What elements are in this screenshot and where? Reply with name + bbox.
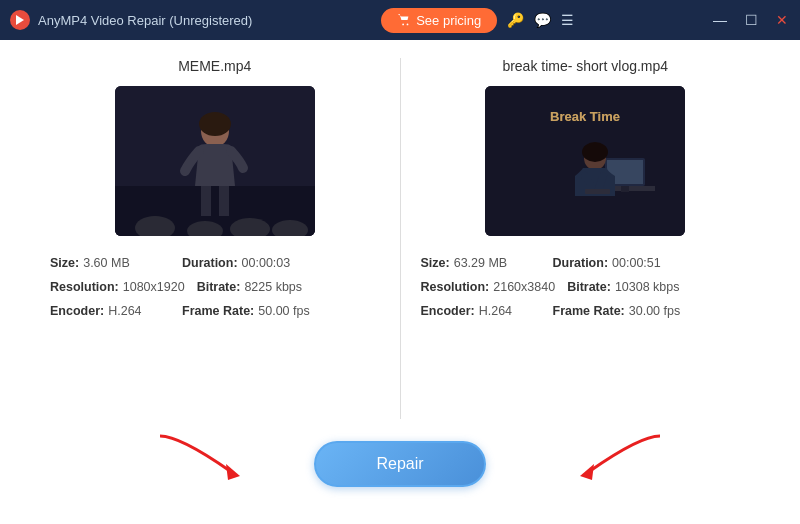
main-content: MEME.mp4 [0, 40, 800, 524]
left-file-info: Size: 3.60 MB Duration: 00:00:03 Resolut… [50, 252, 380, 323]
left-framerate-label: Frame Rate: [182, 300, 254, 324]
window-controls: — ☐ ✕ [709, 10, 792, 30]
svg-text:Break Time: Break Time [550, 109, 620, 124]
svg-marker-0 [16, 15, 24, 25]
right-video-thumbnail: Break Time [485, 86, 685, 236]
cart-icon [397, 13, 411, 27]
right-video-title: break time- short vlog.mp4 [502, 58, 668, 74]
svg-point-8 [199, 112, 231, 136]
right-arrow [540, 426, 670, 486]
right-resolution-label: Resolution: [421, 276, 490, 300]
right-size-value: 63.29 MB [454, 252, 508, 276]
maximize-button[interactable]: ☐ [741, 10, 762, 30]
title-bar: AnyMP4 Video Repair (Unregistered) See p… [0, 0, 800, 40]
svg-rect-6 [201, 186, 211, 216]
left-bitrate-value: 8225 kbps [244, 276, 302, 300]
left-video-panel: MEME.mp4 [30, 58, 401, 419]
left-video-art [115, 86, 315, 236]
left-size-label: Size: [50, 252, 79, 276]
panels-row: MEME.mp4 [30, 58, 770, 419]
right-framerate-label: Frame Rate: [553, 300, 625, 324]
left-arrow [150, 426, 280, 486]
right-bitrate-label: Bitrate: [567, 276, 611, 300]
right-duration-label: Duration: [553, 252, 609, 276]
left-video-thumbnail [115, 86, 315, 236]
right-resolution-value: 2160x3840 [493, 276, 555, 300]
app-icon [10, 10, 30, 30]
left-size-value: 3.60 MB [83, 252, 130, 276]
left-bitrate-label: Bitrate: [197, 276, 241, 300]
svg-marker-25 [580, 464, 594, 480]
svg-marker-24 [226, 464, 240, 480]
key-icon[interactable]: 🔑 [507, 12, 524, 28]
svg-rect-7 [219, 186, 229, 216]
right-video-panel: break time- short vlog.mp4 Break Time [401, 58, 771, 419]
left-duration-label: Duration: [182, 252, 238, 276]
right-duration-value: 00:00:51 [612, 252, 661, 276]
left-framerate-value: 50.00 fps [258, 300, 309, 324]
minimize-button[interactable]: — [709, 10, 731, 30]
right-size-label: Size: [421, 252, 450, 276]
svg-point-2 [407, 24, 409, 26]
left-resolution-label: Resolution: [50, 276, 119, 300]
left-encoder-value: H.264 [108, 300, 141, 324]
right-video-art: Break Time [485, 86, 685, 236]
right-encoder-label: Encoder: [421, 300, 475, 324]
close-button[interactable]: ✕ [772, 10, 792, 30]
right-bitrate-value: 10308 kbps [615, 276, 680, 300]
title-bar-left: AnyMP4 Video Repair (Unregistered) [10, 10, 252, 30]
left-encoder-label: Encoder: [50, 300, 104, 324]
bottom-area: Repair [30, 424, 770, 504]
left-resolution-value: 1080x1920 [123, 276, 185, 300]
repair-button[interactable]: Repair [314, 441, 485, 487]
app-title: AnyMP4 Video Repair (Unregistered) [38, 13, 252, 28]
right-encoder-value: H.264 [479, 300, 512, 324]
left-duration-value: 00:00:03 [242, 252, 291, 276]
chat-icon[interactable]: 💬 [534, 12, 551, 28]
right-file-info: Size: 63.29 MB Duration: 00:00:51 Resolu… [421, 252, 751, 323]
right-framerate-value: 30.00 fps [629, 300, 680, 324]
menu-icon[interactable]: ☰ [561, 12, 574, 28]
left-video-title: MEME.mp4 [178, 58, 251, 74]
svg-point-1 [402, 24, 404, 26]
title-bar-center: See pricing 🔑 💬 ☰ [381, 8, 574, 33]
pricing-button[interactable]: See pricing [381, 8, 497, 33]
